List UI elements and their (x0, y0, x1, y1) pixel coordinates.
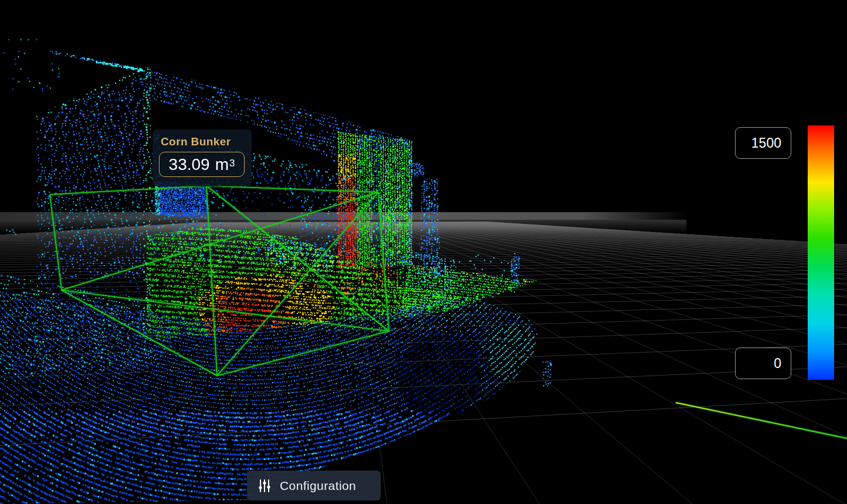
configuration-label: Configuration (280, 479, 356, 493)
viewport: Corn Bunker 33.09 m3 1500 0 Configuratio… (0, 0, 847, 504)
colorbar-min-input[interactable]: 0 (735, 348, 791, 379)
volume-value: 33.09 (169, 155, 210, 174)
corn-bunker-annotation: Corn Bunker 33.09 m3 (153, 130, 252, 186)
pointcloud-canvas[interactable] (0, 0, 847, 504)
volume-value-box: 33.09 m3 (159, 152, 245, 177)
colorbar-gradient (808, 125, 834, 380)
volume-unit: m (215, 155, 229, 174)
configuration-button[interactable]: Configuration (247, 471, 381, 500)
sliders-icon (258, 479, 271, 493)
volume-unit-exponent: 3 (229, 158, 235, 169)
annotation-title: Corn Bunker (161, 135, 252, 148)
colorbar-max-input[interactable]: 1500 (735, 127, 791, 159)
